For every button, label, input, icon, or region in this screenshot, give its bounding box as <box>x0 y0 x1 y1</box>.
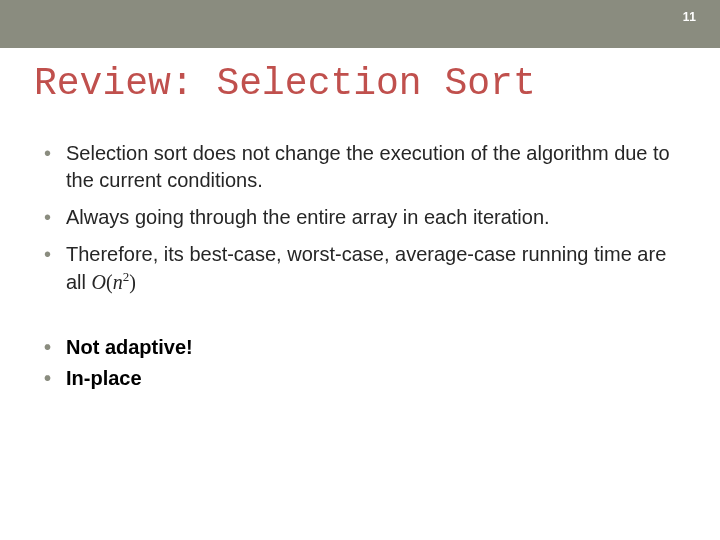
spacer <box>44 306 676 334</box>
bullet-text: Therefore, its best-case, worst-case, av… <box>66 243 666 293</box>
bullet-list: Selection sort does not change the execu… <box>44 140 676 296</box>
bullet-item: Selection sort does not change the execu… <box>44 140 676 194</box>
math-O: O <box>92 271 106 293</box>
bullet-item: Therefore, its best-case, worst-case, av… <box>44 241 676 296</box>
bullet-list-secondary: Not adaptive! In-place <box>44 334 676 392</box>
page-number: 11 <box>683 10 696 24</box>
bullet-item-bold: In-place <box>44 365 676 392</box>
bullet-item: Always going through the entire array in… <box>44 204 676 231</box>
slide-body: Selection sort does not change the execu… <box>44 140 676 402</box>
bullet-item-bold: Not adaptive! <box>44 334 676 361</box>
math-open-paren: ( <box>106 271 113 293</box>
header-bar: 11 <box>0 0 720 48</box>
math-expression: O(n2) <box>92 271 136 293</box>
slide: 11 Review: Selection Sort Selection sort… <box>0 0 720 540</box>
math-n: n <box>113 271 123 293</box>
slide-title: Review: Selection Sort <box>34 62 536 105</box>
math-close-paren: ) <box>129 271 136 293</box>
